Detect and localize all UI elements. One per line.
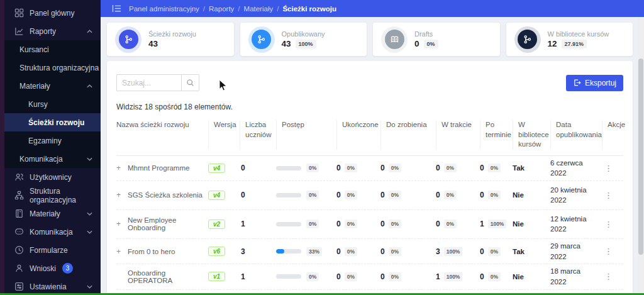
sidebar-item-raporty[interactable]: Raporty — [4, 22, 101, 40]
breadcrumb-link[interactable]: Materiały — [244, 5, 274, 13]
breadcrumb-link[interactable]: Raporty — [209, 5, 234, 13]
path-name: Onboarding OPERATORA — [128, 269, 208, 284]
export-icon — [573, 79, 581, 87]
row-actions-kebab[interactable]: ⋮ — [602, 164, 615, 173]
expand-row-button[interactable]: + — [116, 164, 121, 172]
org-chart-icon — [14, 191, 24, 200]
stat-card-sciezki-rozwoju: Ścieżki rozwoju 43 — [107, 23, 234, 56]
expand-row-button[interactable]: + — [116, 191, 121, 199]
path-name: Mhmnt Programme — [128, 164, 208, 172]
user-icon — [14, 264, 24, 273]
in-progress-cell: 00% — [436, 220, 480, 228]
completed-cell: 00% — [336, 220, 380, 228]
todo-cell: 00% — [380, 220, 436, 228]
sidebar-item-label: Struktura organizacyjna — [19, 64, 99, 72]
column-header: Akcje — [602, 120, 630, 150]
table-row[interactable]: + New Employee Onboarding v2 1 0% 00% 00… — [116, 210, 623, 239]
card-label: W bibliotece kursów — [548, 30, 609, 38]
vertical-scrollbar-thumb[interactable] — [638, 58, 643, 255]
sidebar-item-label: Ustawienia — [30, 282, 67, 291]
column-header: W trakcie — [436, 120, 480, 150]
sidebar-item-formularze[interactable]: Formularze — [4, 241, 101, 259]
sidebar-item-kursanci[interactable]: Kursanci — [4, 40, 101, 58]
table-row[interactable]: + Mhmnt Programme v4 0 0% 00% 00% 00% 00… — [116, 156, 623, 181]
export-button[interactable]: Eksportuj — [566, 75, 623, 91]
expand-row-button[interactable]: + — [116, 220, 121, 228]
sidebar-item-label: Materiały — [30, 209, 60, 218]
stat-cards: Ścieżki rozwoju 43 Opublikowany 43100% D… — [107, 23, 633, 56]
card-icon-halo — [248, 26, 275, 53]
sidebar-item-materialy[interactable]: Materiały — [4, 204, 101, 223]
todo-cell: 00% — [380, 191, 436, 199]
sidebar-item-sciezki-rozwoju[interactable]: Ścieżki rozwoju — [4, 113, 101, 131]
card-percent-badge: 27.91% — [562, 40, 587, 48]
publish-date: 29 marca 2022 — [550, 241, 602, 262]
table-row[interactable]: + SGS Ścieżka szkolenia v4 0 0% 00% 00% … — [116, 181, 623, 210]
progress-cell: 0% — [276, 272, 336, 281]
chat-icon — [14, 227, 24, 237]
progress-percent: 0% — [306, 164, 319, 172]
column-header: W bibliotece kursów — [513, 120, 550, 150]
column-header: Postęp — [276, 120, 336, 150]
vertical-scrollbar-track[interactable] — [638, 17, 644, 293]
card-percent-badge: 0% — [424, 40, 438, 48]
sidebar-item-komunikacja[interactable]: Komunikacja — [4, 223, 101, 241]
card-icon-halo — [115, 26, 142, 53]
sidebar-item-kursy[interactable]: Kursy — [4, 95, 101, 113]
progress-cell: 0% — [276, 191, 336, 199]
library-cell: Nie — [513, 220, 550, 228]
sidebar-item-struktura-organizacyjna-raporty[interactable]: Struktura organizacyjna — [4, 58, 101, 77]
menu-collapse-icon[interactable] — [112, 4, 121, 13]
sidebar-item-komunikacja-raporty[interactable]: Komunikacja — [4, 150, 101, 168]
in-progress-cell: 1100% — [436, 272, 480, 281]
sidebar-item-ustawienia[interactable]: Ustawienia — [4, 277, 101, 295]
chevron-up-icon — [87, 84, 92, 88]
sidebar-item-struktura-organizacyjna[interactable]: Struktura organizacyjna — [4, 186, 101, 204]
completed-cell: 00% — [336, 272, 380, 281]
sidebar-item-label: Struktura organizacyjna — [30, 187, 101, 204]
sidebar-item-label: Kursanci — [19, 45, 49, 54]
search-button[interactable] — [181, 74, 199, 91]
overdue-cell: 1100% — [480, 220, 513, 228]
publish-date: 12 kwietnia 2022 — [550, 214, 602, 235]
toolbar: Eksportuj — [116, 74, 623, 91]
book-icon — [14, 209, 24, 218]
search-icon — [186, 79, 194, 87]
sidebar-item-label: Ścieżki rozwoju — [28, 118, 84, 127]
path-name: From 0 to hero — [128, 248, 208, 255]
progress-cell: 33% — [276, 247, 336, 256]
row-actions-kebab[interactable]: ⋮ — [602, 272, 615, 281]
sidebar-item-egzaminy[interactable]: Egzaminy — [4, 131, 101, 150]
sidebar-item-wnioski[interactable]: Wnioski 3 — [4, 259, 101, 277]
breadcrumb-link[interactable]: Panel administracyjny — [129, 5, 199, 13]
table-row[interactable]: + From 0 to hero v6 3 33% 00% 00% 3100% … — [116, 239, 623, 264]
column-header: Nazwa ścieżki rozwoju — [116, 120, 208, 150]
sidebar-item-panel-glowny[interactable]: Panel główny — [4, 4, 101, 22]
table-row[interactable]: Onboarding OPERATORA v1 1 0% 00% 00% 110… — [116, 264, 623, 289]
progress-bar — [276, 274, 301, 279]
in-progress-cell: 00% — [436, 164, 480, 172]
row-actions-kebab[interactable]: ⋮ — [602, 220, 615, 229]
grid-icon — [14, 8, 24, 18]
todo-cell: 00% — [380, 164, 436, 172]
main-panel: Eksportuj Widzisz 18 spośród 18 elementó… — [107, 61, 633, 295]
breadcrumb-separator: / — [203, 5, 205, 13]
branch-icon — [518, 30, 537, 49]
sidebar-item-materialy-raporty[interactable]: Materiały — [4, 77, 101, 95]
row-actions-kebab[interactable]: ⋮ — [602, 247, 615, 256]
row-actions-kebab[interactable]: ⋮ — [602, 191, 615, 200]
search-input[interactable] — [116, 74, 181, 91]
version-badge: v4 — [208, 164, 225, 173]
sidebar-item-uzytkownicy[interactable]: Użytkownicy — [4, 168, 101, 186]
card-icon-halo — [514, 26, 541, 53]
sidebar-item-label: Komunikacja — [19, 155, 63, 164]
breadcrumb-separator: / — [277, 5, 279, 13]
expand-row-button[interactable]: + — [116, 247, 121, 256]
chevron-down-icon — [87, 230, 92, 234]
sidebar-item-label: Użytkownicy — [30, 173, 72, 182]
progress-cell: 0% — [276, 164, 336, 172]
overdue-cell: 00% — [480, 272, 513, 281]
table-header: Nazwa ścieżki rozwoju Wersja Liczba uczn… — [116, 116, 623, 156]
library-cell: Nie — [513, 273, 550, 281]
version-badge: v1 — [208, 272, 225, 281]
